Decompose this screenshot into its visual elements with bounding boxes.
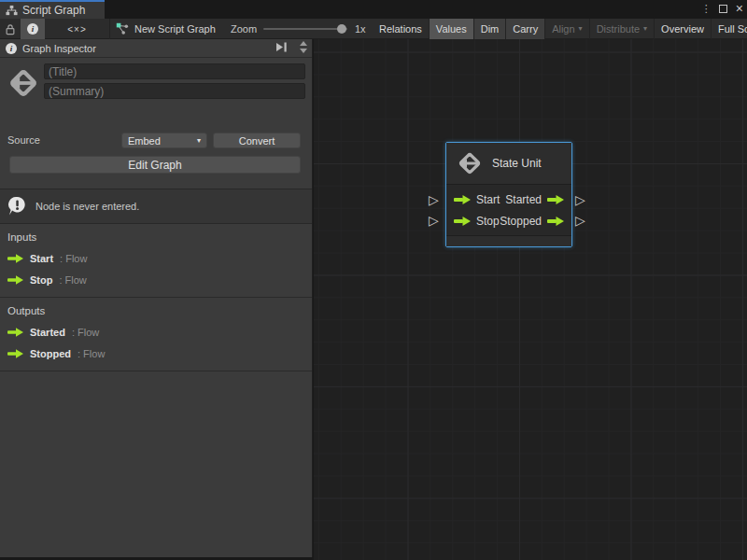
- new-script-graph-button[interactable]: New Script Graph: [112, 19, 226, 39]
- node-header[interactable]: State Unit: [446, 143, 571, 185]
- port-row: Started : Flow: [0, 327, 312, 338]
- flow-arrow-icon: [547, 217, 564, 226]
- source-row: Source Embed ▾ Convert: [0, 133, 312, 148]
- state-transition-handle[interactable]: ▷: [429, 193, 439, 206]
- edit-graph-label: Edit Graph: [128, 159, 181, 172]
- port-label: Stopped: [500, 215, 542, 228]
- port-row: Stop : Flow: [0, 274, 312, 286]
- inspector-toggle-button[interactable]: i: [21, 19, 45, 39]
- inspector-title: Graph Inspector: [22, 43, 96, 54]
- node-port-area: Start Started: [446, 185, 571, 235]
- node-title: State Unit: [492, 157, 542, 170]
- button-label: Align: [552, 23, 574, 35]
- convert-label: Convert: [239, 135, 275, 147]
- warning-text: Node is never entered.: [35, 201, 139, 212]
- graph-title-input[interactable]: [44, 63, 305, 79]
- button-label: Values: [436, 23, 467, 35]
- inspector-header: i Graph Inspector: [0, 39, 312, 58]
- toolbar-button-distribute[interactable]: Distribute ▾: [589, 19, 654, 39]
- button-label: Distribute: [597, 23, 640, 35]
- code-icon: <×>: [67, 24, 87, 35]
- inputs-section: Inputs Start : Flow Stop : Flow: [0, 224, 312, 298]
- outputs-header: Outputs: [7, 305, 312, 316]
- port-type: : Flow: [59, 274, 86, 286]
- new-graph-icon: [116, 22, 129, 35]
- flow-arrow-icon: [7, 328, 23, 337]
- node-port-row: Stop Stopped: [454, 211, 564, 231]
- toolbar-button-carry[interactable]: Carry: [505, 19, 544, 39]
- lock-icon: [5, 23, 16, 35]
- port-label: Started: [505, 193, 542, 206]
- flow-arrow-icon: [7, 349, 23, 358]
- port-type: : Flow: [78, 348, 105, 359]
- button-label: Full Screen: [718, 23, 747, 35]
- graph-inspector-panel: i Graph Inspector Source: [0, 39, 313, 557]
- toolbar-button-dim[interactable]: Dim: [473, 19, 506, 39]
- edit-graph-button[interactable]: Edit Graph: [9, 156, 301, 174]
- tab-label: Script Graph: [22, 4, 85, 17]
- port-name: Stopped: [30, 348, 71, 359]
- output-port-started[interactable]: Started: [505, 193, 564, 206]
- button-label: Overview: [661, 23, 704, 35]
- input-port-start[interactable]: Start: [454, 193, 500, 206]
- output-port-stopped[interactable]: Stopped: [500, 215, 564, 228]
- close-icon[interactable]: ×: [736, 4, 743, 13]
- port-label: Start: [476, 193, 500, 206]
- toolbar-button-overview[interactable]: Overview: [654, 19, 711, 39]
- port-name: Stop: [30, 274, 52, 286]
- graph-hierarchy-icon: [6, 5, 18, 17]
- state-transition-handle[interactable]: ▷: [575, 214, 585, 227]
- code-view-button[interactable]: <×>: [45, 19, 110, 39]
- state-transition-handle[interactable]: ▷: [429, 214, 439, 227]
- graph-canvas[interactable]: ▷ ▷ ▷ ▷ State Unit: [314, 39, 747, 560]
- port-name: Started: [30, 327, 65, 338]
- toolbar-button-values[interactable]: Values: [429, 19, 473, 39]
- zoom-slider[interactable]: [263, 28, 347, 30]
- chevron-down-icon: ▾: [643, 25, 647, 33]
- flow-arrow-icon: [454, 195, 471, 204]
- input-port-stop[interactable]: Stop: [454, 215, 500, 228]
- toolbar-button-relations[interactable]: Relations: [373, 19, 429, 39]
- graph-title-block: [0, 58, 312, 118]
- node-footer: [446, 235, 571, 246]
- info-icon: i: [6, 43, 17, 54]
- tab-script-graph[interactable]: Script Graph: [0, 0, 105, 19]
- flow-arrow-icon: [547, 195, 564, 204]
- panel-scroll-spinner[interactable]: [300, 41, 307, 53]
- state-unit-icon: [6, 65, 41, 101]
- graph-toolbar: i <×> New Script Graph Zoom 1x Relations…: [0, 19, 747, 39]
- port-row: Stopped : Flow: [0, 348, 312, 359]
- dock-panel-icon[interactable]: [275, 42, 288, 52]
- zoom-label: Zoom: [231, 19, 257, 39]
- toolbar-button-full-screen[interactable]: Full Screen: [711, 19, 747, 39]
- state-unit-icon: [456, 149, 484, 177]
- graph-summary-input[interactable]: [44, 83, 305, 99]
- inputs-header: Inputs: [7, 231, 312, 243]
- scroll-up-icon[interactable]: [300, 41, 307, 46]
- port-type: : Flow: [60, 253, 87, 264]
- toolbar-button-align[interactable]: Align ▾: [544, 19, 588, 39]
- toolbar-toggle-group: Relations Values Dim Carry Align ▾ Distr…: [373, 19, 747, 39]
- source-dropdown[interactable]: Embed ▾: [121, 133, 207, 148]
- button-label: Carry: [513, 23, 538, 35]
- scroll-down-icon[interactable]: [300, 49, 307, 53]
- script-graph-window: Script Graph ⋮ × i <×>: [0, 0, 747, 560]
- window-menu-icon[interactable]: ⋮: [701, 3, 711, 15]
- flow-arrow-icon: [454, 217, 471, 226]
- new-graph-label: New Script Graph: [134, 23, 216, 35]
- port-type: : Flow: [72, 327, 99, 338]
- state-transition-handle[interactable]: ▷: [575, 193, 585, 206]
- node-port-row: Start Started: [454, 189, 564, 210]
- port-row: Start : Flow: [0, 253, 312, 264]
- port-name: Start: [30, 253, 53, 264]
- lock-button[interactable]: [0, 19, 21, 39]
- state-unit-node[interactable]: State Unit Start Started: [445, 142, 572, 247]
- convert-button[interactable]: Convert: [213, 133, 301, 148]
- button-label: Dim: [481, 23, 500, 35]
- port-label: Stop: [476, 215, 500, 228]
- flow-arrow-icon: [7, 275, 23, 285]
- zoom-slider-handle[interactable]: [337, 24, 346, 34]
- maximize-icon[interactable]: [719, 5, 727, 13]
- zoom-value: 1x: [355, 19, 366, 39]
- warning-bubble-icon: [7, 196, 27, 217]
